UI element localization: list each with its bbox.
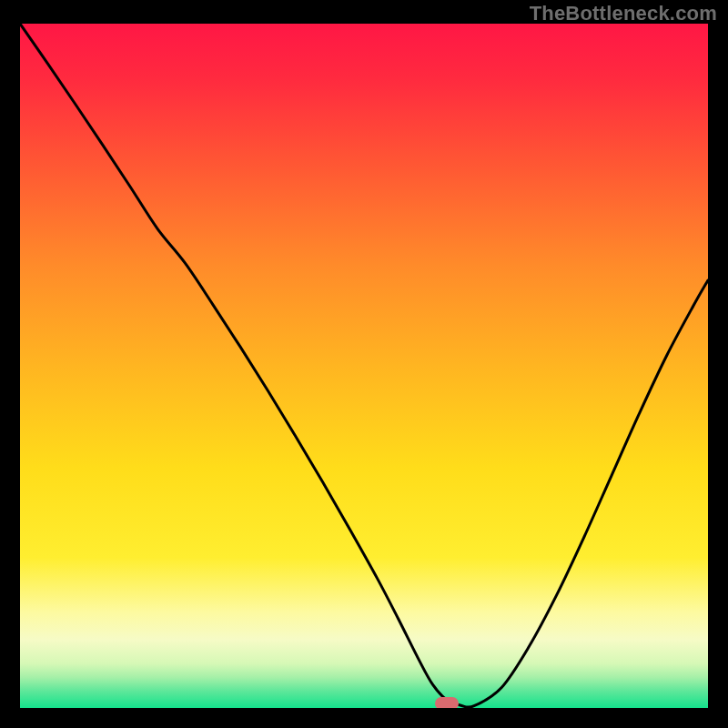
curve-layer (20, 24, 708, 708)
chart-frame: TheBottleneck.com (0, 0, 728, 728)
plot-area (20, 24, 708, 708)
watermark-text: TheBottleneck.com (530, 2, 717, 25)
bottleneck-curve (20, 24, 708, 707)
optimum-marker (435, 697, 459, 708)
